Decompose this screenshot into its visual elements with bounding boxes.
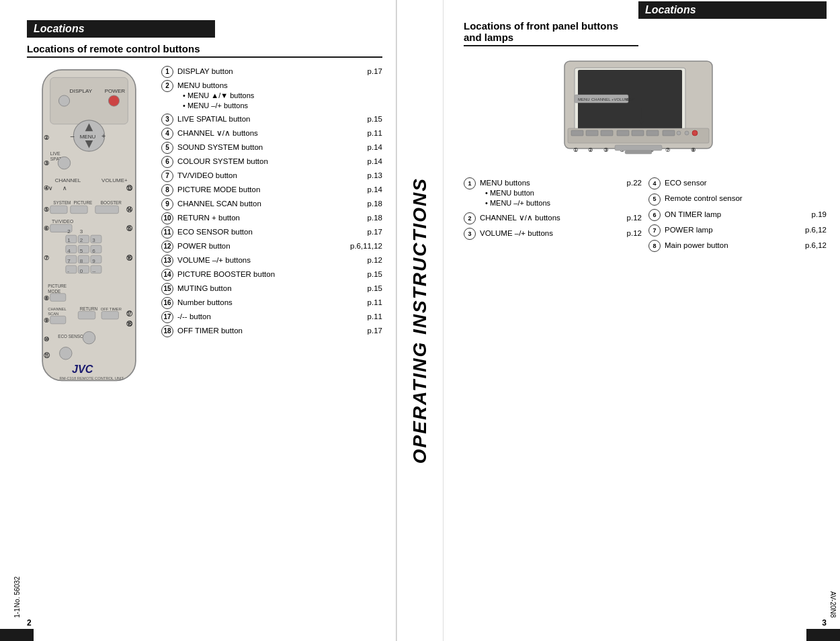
svg-rect-26	[50, 206, 67, 214]
svg-text:DISPLAY: DISPLAY	[70, 88, 93, 94]
button-number: 14	[161, 269, 173, 281]
button-label: CHANNEL ∨/∧ buttons	[177, 128, 362, 138]
left-subsection-title: Locations of remote control buttons	[27, 43, 382, 58]
svg-text:②: ②	[44, 134, 49, 141]
svg-text:⑭: ⑭	[126, 206, 133, 213]
button-page-ref: p.11	[368, 297, 382, 308]
button-page-ref: p.17	[368, 226, 382, 237]
fp-item: 1MENU buttons• MENU button• MENU –/+ but…	[464, 177, 642, 209]
button-label: Number buttons	[177, 297, 362, 308]
svg-text:2: 2	[80, 237, 83, 243]
tv-illustration-container: MENU CHANNEL +VOLUME+ EXIT	[464, 58, 827, 167]
right-subsection-title-wrap: Locations of front panel buttons and lam…	[464, 20, 638, 54]
button-page-ref: p.17	[368, 325, 382, 336]
fp-label: Remote control sensor	[665, 193, 827, 204]
button-page-ref: p.13	[368, 170, 382, 181]
right-page: Locations of front panel buttons and lam…	[444, 0, 840, 641]
svg-text:-: -	[67, 268, 69, 274]
button-list-item: 13VOLUME –/+ buttonsp.12	[161, 255, 382, 267]
svg-text:⑯: ⑯	[126, 255, 133, 261]
svg-text:VOLUME+: VOLUME+	[101, 177, 128, 183]
fp-item: 5Remote control sensor	[648, 193, 827, 205]
button-page-ref: p.14	[368, 184, 382, 195]
svg-point-15	[58, 157, 71, 169]
fp-number: 6	[648, 209, 661, 221]
svg-text:RM-C318 REMOTE CONTROL UNIT: RM-C318 REMOTE CONTROL UNIT	[60, 376, 124, 380]
svg-text:TV/VIDEO: TV/VIDEO	[52, 219, 74, 224]
svg-text:LIVE: LIVE	[50, 151, 60, 156]
front-panel-left-col: 1MENU buttons• MENU button• MENU –/+ but…	[464, 177, 642, 255]
button-label: MENU buttons• MENU ▲/▼ buttons• MENU –/+…	[177, 80, 382, 112]
button-label: TV/VIDEO button	[177, 170, 362, 181]
page-number-right: 3	[822, 618, 827, 628]
fp-number: 8	[648, 240, 661, 252]
button-number: 15	[161, 283, 173, 295]
button-label: PICTURE BOOSTER button	[177, 269, 362, 280]
button-page-ref: p.15	[368, 114, 382, 124]
fp-label: POWER lamp	[665, 224, 801, 235]
button-page-ref: p.6,11,12	[350, 241, 382, 251]
svg-rect-113	[625, 151, 652, 154]
svg-rect-100	[663, 130, 675, 136]
svg-text:MENU: MENU	[80, 134, 96, 140]
fp-label: ECO sensor	[665, 177, 827, 188]
svg-text:⑤: ⑤	[44, 206, 49, 213]
fp-item: 6ON TIMER lampp.19	[648, 209, 827, 221]
fp-label: MENU buttons• MENU button• MENU –/+ butt…	[480, 177, 623, 209]
button-list-item: 2MENU buttons• MENU ▲/▼ buttons• MENU –/…	[161, 80, 382, 112]
fp-page-ref: p.12	[627, 212, 642, 223]
svg-text:MENU: MENU	[578, 97, 590, 101]
button-list-item: 14PICTURE BOOSTER buttonp.15	[161, 269, 382, 281]
button-label: RETURN + button	[177, 212, 362, 223]
button-page-ref: p.17	[368, 66, 382, 77]
page-indicator-right	[806, 629, 840, 641]
svg-text:SYSTEM: SYSTEM	[53, 200, 71, 205]
svg-rect-96	[601, 130, 613, 136]
button-label: COLOUR SYSTEM button	[177, 156, 362, 167]
svg-text:MODE: MODE	[48, 289, 60, 294]
svg-text:CHANNEL: CHANNEL	[48, 307, 67, 311]
button-label: VOLUME –/+ buttons	[177, 255, 362, 265]
front-panel-right-col: 4ECO sensor5Remote control sensor6ON TIM…	[648, 177, 827, 255]
svg-text:RETURN: RETURN	[80, 306, 98, 311]
button-list-item: 15MUTING buttonp.15	[161, 283, 382, 295]
right-title: Locations	[638, 1, 827, 19]
button-number: 10	[161, 212, 173, 224]
svg-rect-112	[615, 145, 662, 151]
svg-text:PICTURE: PICTURE	[73, 200, 92, 205]
fp-item: 7POWER lampp.6,12	[648, 224, 827, 237]
button-number: 12	[161, 241, 173, 253]
button-sub-label: • MENU ▲/▼ buttons	[177, 91, 382, 101]
svg-text:+: +	[101, 132, 106, 140]
button-label: OFF TIMER button	[177, 325, 362, 336]
button-list-item: 5SOUND SYSTEM buttonp.14	[161, 142, 382, 154]
button-label: CHANNEL SCAN button	[177, 198, 362, 209]
button-list-item: 11ECO SENSOR buttonp.17	[161, 226, 382, 239]
svg-text:⑪: ⑪	[44, 352, 50, 359]
button-number: 11	[161, 226, 173, 239]
svg-text:ECO SENSOR: ECO SENSOR	[58, 334, 87, 339]
svg-text:⑧: ⑧	[691, 147, 696, 153]
button-page-ref: p.18	[368, 198, 382, 209]
svg-rect-94	[571, 130, 583, 136]
spine-text: OPERATING INSTRUCTIONS	[409, 177, 431, 464]
svg-text:⑧: ⑧	[44, 295, 49, 302]
svg-rect-65	[50, 294, 66, 302]
svg-text:⑥: ⑥	[44, 225, 49, 232]
right-subsection-title: Locations of front panel buttons and lam…	[464, 20, 638, 46]
svg-rect-95	[586, 130, 598, 136]
button-number: 18	[161, 325, 173, 337]
button-label: DISPLAY button	[177, 66, 362, 77]
svg-text:EXIT: EXIT	[626, 97, 636, 101]
svg-text:2: 2	[67, 228, 71, 234]
button-number: 5	[161, 142, 173, 154]
fp-number: 4	[648, 177, 661, 189]
button-list-item: 17-/-- buttonp.11	[161, 311, 382, 323]
svg-text:1: 1	[67, 237, 71, 243]
button-list-item: 9CHANNEL SCAN buttonp.18	[161, 198, 382, 210]
button-list: 1DISPLAY buttonp.172MENU buttons• MENU ▲…	[161, 66, 382, 394]
button-page-ref: p.11	[368, 128, 382, 138]
svg-text:CHANNEL: CHANNEL	[591, 97, 611, 101]
svg-text:⑦: ⑦	[665, 147, 670, 153]
fp-item: 3VOLUME –/+ buttonsp.12	[464, 228, 642, 240]
